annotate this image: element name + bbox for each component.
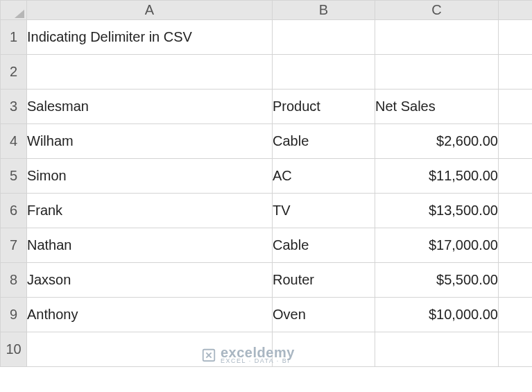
row-header-2[interactable]: 2 — [1, 55, 27, 90]
cell-C3[interactable]: Net Sales — [375, 90, 499, 124]
cell-extra-9[interactable] — [499, 298, 533, 332]
spreadsheet-grid[interactable]: A B C 1Indicating Delimiter in CSV23Sale… — [0, 0, 532, 367]
row-header-1[interactable]: 1 — [1, 20, 27, 55]
cell-C1[interactable] — [375, 20, 499, 55]
col-header-C[interactable]: C — [375, 1, 499, 20]
cell-B7[interactable]: Cable — [273, 228, 375, 263]
cell-extra-8[interactable] — [499, 263, 533, 298]
column-header-row: A B C — [1, 1, 533, 20]
cell-C5[interactable]: $11,500.00 — [375, 159, 499, 194]
table-row: 10 — [1, 332, 533, 367]
cell-B5[interactable]: AC — [273, 159, 375, 194]
cell-A3[interactable]: Salesman — [27, 90, 273, 124]
svg-marker-0 — [15, 10, 24, 18]
cell-extra-3[interactable] — [499, 90, 533, 124]
cell-A6[interactable]: Frank — [27, 194, 273, 228]
table-row: 3SalesmanProductNet Sales — [1, 90, 533, 124]
table-row: 7NathanCable$17,000.00 — [1, 228, 533, 263]
cell-C6[interactable]: $13,500.00 — [375, 194, 499, 228]
cell-C8[interactable]: $5,500.00 — [375, 263, 499, 298]
cell-A9[interactable]: Anthony — [27, 298, 273, 332]
cell-extra-10[interactable] — [499, 332, 533, 367]
col-header-A[interactable]: A — [27, 1, 273, 20]
cell-C10[interactable] — [375, 332, 499, 367]
row-header-9[interactable]: 9 — [1, 298, 27, 332]
row-header-4[interactable]: 4 — [1, 124, 27, 159]
row-header-5[interactable]: 5 — [1, 159, 27, 194]
cell-B10[interactable] — [273, 332, 375, 367]
row-header-6[interactable]: 6 — [1, 194, 27, 228]
row-header-3[interactable]: 3 — [1, 90, 27, 124]
cell-B3[interactable]: Product — [273, 90, 375, 124]
cell-extra-7[interactable] — [499, 228, 533, 263]
cell-C4[interactable]: $2,600.00 — [375, 124, 499, 159]
cell-A4[interactable]: Wilham — [27, 124, 273, 159]
cell-B9[interactable]: Oven — [273, 298, 375, 332]
cell-C7[interactable]: $17,000.00 — [375, 228, 499, 263]
cell-A7[interactable]: Nathan — [27, 228, 273, 263]
cell-C9[interactable]: $10,000.00 — [375, 298, 499, 332]
cell-B6[interactable]: TV — [273, 194, 375, 228]
cell-A5[interactable]: Simon — [27, 159, 273, 194]
cell-extra-6[interactable] — [499, 194, 533, 228]
cell-B1[interactable] — [273, 20, 375, 55]
cell-extra-4[interactable] — [499, 124, 533, 159]
cell-A1[interactable]: Indicating Delimiter in CSV — [27, 20, 273, 55]
cell-A2[interactable] — [27, 55, 273, 90]
cell-C2[interactable] — [375, 55, 499, 90]
cell-extra-2[interactable] — [499, 55, 533, 90]
cell-A10[interactable] — [27, 332, 273, 367]
cell-B8[interactable]: Router — [273, 263, 375, 298]
col-header-B[interactable]: B — [273, 1, 375, 20]
table-row: 8JaxsonRouter$5,500.00 — [1, 263, 533, 298]
cell-B2[interactable] — [273, 55, 375, 90]
row-header-10[interactable]: 10 — [1, 332, 27, 367]
select-all-corner[interactable] — [1, 1, 27, 20]
cell-A8[interactable]: Jaxson — [27, 263, 273, 298]
cell-extra-5[interactable] — [499, 159, 533, 194]
row-header-7[interactable]: 7 — [1, 228, 27, 263]
table-row: 9AnthonyOven$10,000.00 — [1, 298, 533, 332]
row-header-8[interactable]: 8 — [1, 263, 27, 298]
cell-extra-1[interactable] — [499, 20, 533, 55]
table-row: 1Indicating Delimiter in CSV — [1, 20, 533, 55]
table-row: 2 — [1, 55, 533, 90]
table-row: 4WilhamCable$2,600.00 — [1, 124, 533, 159]
cell-B4[interactable]: Cable — [273, 124, 375, 159]
col-header-extra[interactable] — [499, 1, 533, 20]
table-row: 6FrankTV$13,500.00 — [1, 194, 533, 228]
select-all-triangle-icon — [15, 10, 24, 18]
table-row: 5SimonAC$11,500.00 — [1, 159, 533, 194]
